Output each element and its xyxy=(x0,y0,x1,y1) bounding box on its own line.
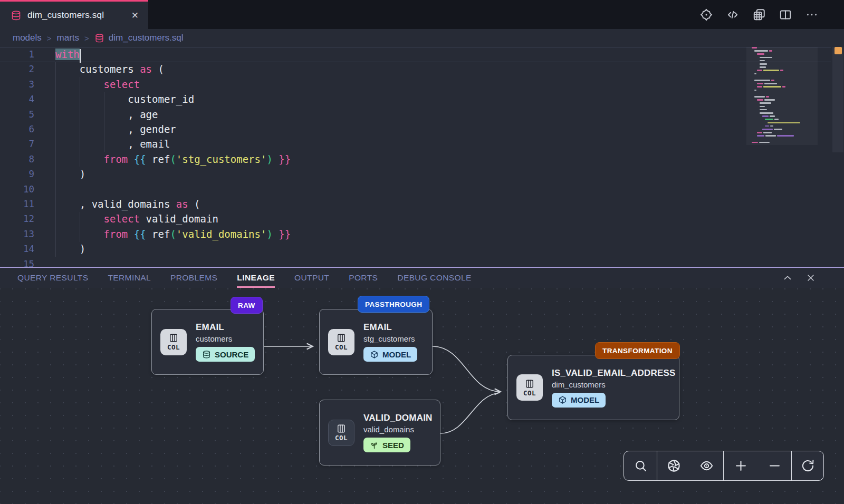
more-button[interactable] xyxy=(805,8,819,22)
code-text: customer_id xyxy=(55,92,194,106)
ide-window: dim_customers.sql ✕ models>marts>dim_cus… xyxy=(0,0,844,504)
code-line-3: 3 select xyxy=(0,77,831,92)
node-subtitle: valid_domains xyxy=(363,425,431,434)
code-text: , gender xyxy=(55,122,176,137)
breadcrumb-item-models[interactable]: models xyxy=(13,33,42,43)
minimap-line xyxy=(760,106,765,108)
code-text: from {{ ref('valid_domains') }} xyxy=(55,227,291,241)
code-editor[interactable]: 1with2 customers as (3 select4 customer_… xyxy=(0,47,844,267)
minimap-line xyxy=(752,142,770,143)
node-type-label: MODEL xyxy=(571,395,599,404)
code-line-10: 10 xyxy=(0,182,831,197)
panel-tab-terminal[interactable]: TERMINAL xyxy=(108,268,151,288)
minimap-line xyxy=(757,53,764,55)
code-line-11: 11 , valid_domains as ( xyxy=(0,197,831,211)
copy-table-icon xyxy=(752,8,766,22)
scrollbar-thumb[interactable] xyxy=(832,47,843,152)
panel-tab-output[interactable]: OUTPUT xyxy=(294,268,329,288)
minimap-line xyxy=(760,63,767,65)
lineage-node-stg_customers[interactable]: COLEMAILstg_customersMODEL xyxy=(319,309,433,375)
eye-button[interactable] xyxy=(695,454,718,478)
code-text: with xyxy=(55,47,80,62)
editor-scrollbar[interactable] xyxy=(832,47,844,267)
code-line-2: 2 customers as ( xyxy=(0,62,831,76)
breadcrumb-separator: > xyxy=(84,34,89,43)
node-subtitle: customers xyxy=(196,334,255,343)
column-chip[interactable]: COL xyxy=(160,329,187,355)
minimap-line xyxy=(752,47,757,49)
column-chip[interactable]: COL xyxy=(328,420,354,446)
panel-tab-query-results[interactable]: QUERY RESULTS xyxy=(17,268,88,288)
minimap[interactable] xyxy=(752,47,812,152)
panel-tab-bar: QUERY RESULTSTERMINALPROBLEMSLINEAGEOUTP… xyxy=(0,268,844,288)
minimap-line xyxy=(760,66,766,68)
node-title: EMAIL xyxy=(196,322,255,333)
code-line-7: 7 , email xyxy=(0,137,831,151)
refresh-icon xyxy=(801,459,815,473)
dbt-logo-button[interactable] xyxy=(699,8,713,22)
breadcrumb-file-label: dim_customers.sql xyxy=(109,33,184,43)
line-number: 14 xyxy=(0,241,34,256)
split-editor-button[interactable] xyxy=(779,8,792,22)
collapse-panel-button[interactable] xyxy=(782,272,793,284)
cube-icon xyxy=(370,350,379,359)
node-title: VALID_DOMAIN xyxy=(363,413,431,423)
zoom-out-button[interactable] xyxy=(763,454,786,478)
lineage-node-dim_customers[interactable]: COLIS_VALID_EMAIL_ADDRESSdim_customersMO… xyxy=(507,355,679,420)
lineage-node-valid_domains[interactable]: COLVALID_DOMAINvalid_domainsSEED xyxy=(319,400,440,466)
toolbar-group xyxy=(724,451,792,480)
search-button[interactable] xyxy=(629,454,652,478)
indent-guide xyxy=(80,212,80,242)
aperture-button[interactable] xyxy=(662,454,685,478)
lineage-edge-stg_customers-to-dim_customers xyxy=(433,346,500,392)
lineage-toolbar xyxy=(624,451,824,481)
minimap-line xyxy=(757,70,783,71)
column-chip[interactable]: COL xyxy=(328,329,354,355)
lineage-node-customers[interactable]: COLEMAILcustomersSOURCE xyxy=(151,309,264,375)
column-chip-label: COL xyxy=(167,343,180,351)
minimap-line xyxy=(768,122,800,124)
panel-tab-ports[interactable]: PORTS xyxy=(349,268,378,288)
breadcrumb-item-file[interactable]: dim_customers.sql xyxy=(94,33,184,43)
refresh-button[interactable] xyxy=(796,454,819,478)
breadcrumb: models>marts>dim_customers.sql xyxy=(0,29,844,47)
line-number: 9 xyxy=(0,167,34,181)
column-chip[interactable]: COL xyxy=(516,374,543,401)
panel-tab-debug-console[interactable]: DEBUG CONSOLE xyxy=(397,268,471,288)
copy-table-button[interactable] xyxy=(752,8,766,22)
column-chip-label: COL xyxy=(335,343,348,351)
minimap-line xyxy=(760,112,773,114)
close-panel-button[interactable] xyxy=(805,272,817,284)
line-number: 5 xyxy=(0,107,34,122)
columns-icon xyxy=(524,379,535,389)
breadcrumb-item-marts[interactable]: marts xyxy=(57,33,80,43)
breadcrumb-separator: > xyxy=(47,34,52,43)
minimap-line xyxy=(765,125,773,127)
node-type-label: SEED xyxy=(382,441,404,450)
aperture-icon xyxy=(667,459,681,473)
node-type-badge-source: SOURCE xyxy=(196,347,255,362)
lineage-canvas[interactable]: COLEMAILcustomersSOURCERAWCOLEMAILstg_cu… xyxy=(0,288,844,504)
zoom-in-button[interactable] xyxy=(729,454,752,478)
code-text: from {{ ref('stg_customers') }} xyxy=(55,152,291,167)
minimap-line xyxy=(757,135,794,137)
dbt-logo-icon xyxy=(699,8,713,22)
line-number: 3 xyxy=(0,77,34,92)
node-type-label: SOURCE xyxy=(215,350,248,359)
editor-actions xyxy=(699,0,819,29)
panel-tab-problems[interactable]: PROBLEMS xyxy=(170,268,217,288)
lineage-edge-valid_domains-to-dim_customers xyxy=(440,393,500,433)
close-icon xyxy=(805,273,816,283)
close-icon[interactable]: ✕ xyxy=(129,10,141,21)
minimap-line xyxy=(754,80,774,81)
node-type-badge-model: MODEL xyxy=(552,393,606,408)
editor-tab[interactable]: dim_customers.sql ✕ xyxy=(0,0,148,29)
line-number: 8 xyxy=(0,152,34,167)
seedling-icon xyxy=(370,441,379,450)
code-line-5: 5 , age xyxy=(0,107,831,122)
code-text: select xyxy=(55,77,140,92)
panel-tab-lineage[interactable]: LINEAGE xyxy=(237,268,275,288)
code-button[interactable] xyxy=(726,8,740,22)
code-line-14: 14 ) xyxy=(0,241,831,256)
panel-actions xyxy=(782,268,817,288)
